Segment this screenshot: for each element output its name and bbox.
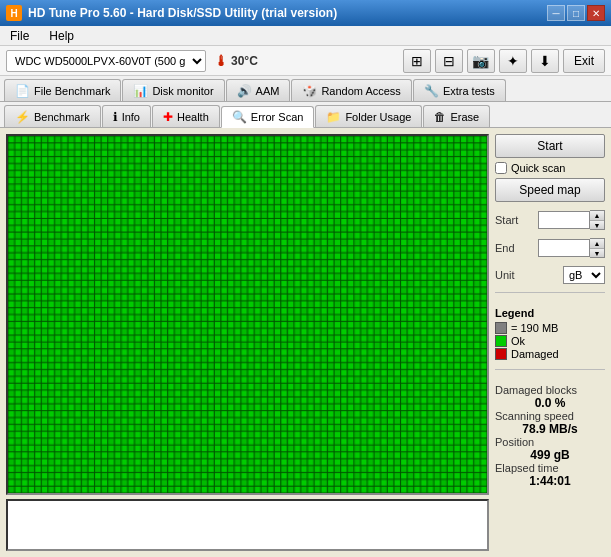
toolbar: WDC WD5000LPVX-60V0T (500 gB) 🌡 30°C ⊞ ⊟… [0, 46, 611, 76]
scanning-speed-value: 78.9 MB/s [495, 422, 605, 436]
toolbar-btn-down[interactable]: ⬇ [531, 49, 559, 73]
start-input-group: 0 ▲ ▼ [538, 210, 605, 230]
menu-bar: File Help [0, 26, 611, 46]
extra-tests-icon: 🔧 [424, 84, 439, 98]
exit-button[interactable]: Exit [563, 49, 605, 73]
legend-block-size: = 190 MB [511, 322, 558, 334]
elapsed-time-value: 1:44:01 [495, 474, 605, 488]
speed-map-button[interactable]: Speed map [495, 178, 605, 202]
aam-icon: 🔊 [237, 84, 252, 98]
tab-bar-1: 📄 File Benchmark 📊 Disk monitor 🔊 AAM 🎲 … [0, 76, 611, 102]
tab-folder-usage[interactable]: 📁 Folder Usage [315, 105, 422, 127]
tab-info[interactable]: ℹ Info [102, 105, 151, 127]
tab-extra-tests[interactable]: 🔧 Extra tests [413, 79, 506, 101]
close-button[interactable]: ✕ [587, 5, 605, 21]
elapsed-time-label: Elapsed time [495, 462, 605, 474]
temperature-value: 30°C [231, 54, 258, 68]
legend-damaged-label: Damaged [511, 348, 559, 360]
end-input[interactable]: 500 [538, 239, 590, 257]
scanning-speed-label: Scanning speed [495, 410, 605, 422]
stats-section: Damaged blocks 0.0 % Scanning speed 78.9… [495, 384, 605, 488]
start-field-row: Start 0 ▲ ▼ [495, 210, 605, 230]
quick-scan-checkbox[interactable] [495, 162, 507, 174]
start-spin-down[interactable]: ▼ [590, 220, 604, 229]
quick-scan-label: Quick scan [511, 162, 565, 174]
unit-field-row: Unit gB MB % [495, 266, 605, 284]
info-icon: ℹ [113, 110, 118, 124]
title-bar: H HD Tune Pro 5.60 - Hard Disk/SSD Utili… [0, 0, 611, 26]
end-spin-up[interactable]: ▲ [590, 239, 604, 248]
file-benchmark-icon: 📄 [15, 84, 30, 98]
content-area: Start Quick scan Speed map Start 0 ▲ ▼ E… [0, 128, 611, 557]
start-label: Start [495, 214, 518, 226]
tab-benchmark[interactable]: ⚡ Benchmark [4, 105, 101, 127]
position-value: 499 gB [495, 448, 605, 462]
toolbar-btn-4[interactable]: ✦ [499, 49, 527, 73]
scan-label-area [6, 499, 489, 551]
folder-usage-icon: 📁 [326, 110, 341, 124]
start-input[interactable]: 0 [538, 211, 590, 229]
menu-file[interactable]: File [4, 28, 35, 44]
benchmark-icon: ⚡ [15, 110, 30, 124]
maximize-button[interactable]: □ [567, 5, 585, 21]
tab-health[interactable]: ✚ Health [152, 105, 220, 127]
legend-damaged-item: Damaged [495, 348, 605, 360]
tab-bar-2: ⚡ Benchmark ℹ Info ✚ Health 🔍 Error Scan… [0, 102, 611, 128]
legend-ok-label: Ok [511, 335, 525, 347]
tab-random-access[interactable]: 🎲 Random Access [291, 79, 411, 101]
legend-block-color [495, 322, 507, 334]
scan-grid [6, 134, 489, 495]
window-title: HD Tune Pro 5.60 - Hard Disk/SSD Utility… [28, 6, 337, 20]
damaged-blocks-label: Damaged blocks [495, 384, 605, 396]
scan-panel [6, 134, 489, 551]
menu-help[interactable]: Help [43, 28, 80, 44]
start-spinners[interactable]: ▲ ▼ [590, 210, 605, 230]
disk-monitor-icon: 📊 [133, 84, 148, 98]
thermometer-icon: 🌡 [214, 53, 228, 69]
end-field-row: End 500 ▲ ▼ [495, 238, 605, 258]
right-panel: Start Quick scan Speed map Start 0 ▲ ▼ E… [495, 134, 605, 551]
position-label: Position [495, 436, 605, 448]
tab-aam[interactable]: 🔊 AAM [226, 79, 291, 101]
toolbar-btn-1[interactable]: ⊞ [403, 49, 431, 73]
end-label: End [495, 242, 515, 254]
end-spin-down[interactable]: ▼ [590, 248, 604, 257]
error-scan-icon: 🔍 [232, 110, 247, 124]
end-spinners[interactable]: ▲ ▼ [590, 238, 605, 258]
legend-block-item: = 190 MB [495, 322, 605, 334]
start-button[interactable]: Start [495, 134, 605, 158]
tab-disk-monitor[interactable]: 📊 Disk monitor [122, 79, 224, 101]
quick-scan-row: Quick scan [495, 162, 605, 174]
disk-select[interactable]: WDC WD5000LPVX-60V0T (500 gB) [6, 50, 206, 72]
random-access-icon: 🎲 [302, 84, 317, 98]
tab-file-benchmark[interactable]: 📄 File Benchmark [4, 79, 121, 101]
damaged-blocks-value: 0.0 % [495, 396, 605, 410]
legend-damaged-color [495, 348, 507, 360]
window-controls[interactable]: ─ □ ✕ [547, 5, 605, 21]
minimize-button[interactable]: ─ [547, 5, 565, 21]
toolbar-btn-2[interactable]: ⊟ [435, 49, 463, 73]
tab-error-scan[interactable]: 🔍 Error Scan [221, 106, 315, 128]
legend-section: Legend = 190 MB Ok Damaged [495, 307, 605, 361]
legend-ok-item: Ok [495, 335, 605, 347]
toolbar-btn-camera[interactable]: 📷 [467, 49, 495, 73]
legend-title: Legend [495, 307, 605, 319]
unit-label: Unit [495, 269, 515, 281]
health-icon: ✚ [163, 110, 173, 124]
legend-ok-color [495, 335, 507, 347]
unit-select[interactable]: gB MB % [563, 266, 605, 284]
app-icon: H [6, 5, 22, 21]
start-spin-up[interactable]: ▲ [590, 211, 604, 220]
tab-erase[interactable]: 🗑 Erase [423, 105, 490, 127]
temperature-display: 🌡 30°C [214, 53, 258, 69]
erase-icon: 🗑 [434, 110, 446, 124]
end-input-group: 500 ▲ ▼ [538, 238, 605, 258]
